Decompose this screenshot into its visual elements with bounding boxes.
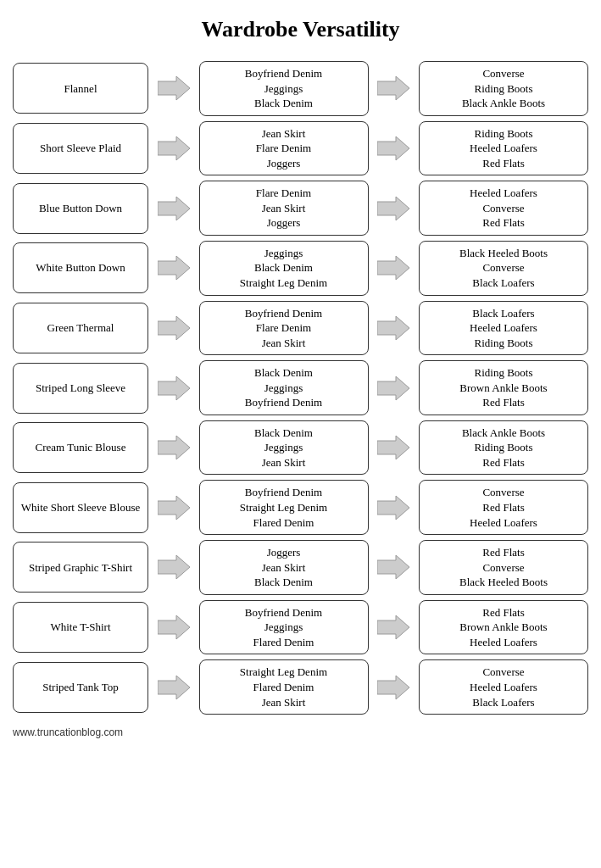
svg-marker-20 <box>158 676 190 699</box>
arrow-1-8 <box>155 554 192 581</box>
arrow-2-6 <box>375 434 412 461</box>
mid-item-8: Joggers Jean Skirt Black Denim <box>199 540 369 595</box>
svg-marker-4 <box>158 197 190 220</box>
chart-row: White Button Down Jeggings Black Denim S… <box>13 241 588 296</box>
right-item-9: Red Flats Brown Ankle Boots Heeled Loafe… <box>419 600 588 655</box>
svg-marker-19 <box>377 615 409 639</box>
top-item-2: Blue Button Down <box>13 183 148 234</box>
chart-row: Cream Tunic Blouse Black Denim Jeggings … <box>13 420 588 476</box>
right-item-4: Black Loafers Heeled Loafers Riding Boot… <box>419 301 588 356</box>
top-item-1: Short Sleeve Plaid <box>13 123 148 174</box>
arrow-2-8 <box>375 554 412 581</box>
svg-marker-21 <box>377 676 409 699</box>
right-item-5: Riding Boots Brown Ankle Boots Red Flats <box>419 360 588 415</box>
top-item-7: White Short Sleeve Blouse <box>13 482 148 533</box>
svg-marker-15 <box>377 496 409 520</box>
mid-item-10: Straight Leg Denim Flared Denim Jean Ski… <box>199 659 369 715</box>
mid-item-3: Jeggings Black Denim Straight Leg Denim <box>199 241 369 296</box>
right-item-0: Converse Riding Boots Black Ankle Boots <box>419 61 588 116</box>
arrow-2-9 <box>375 614 412 641</box>
arrow-2-1 <box>375 135 412 162</box>
arrow-1-7 <box>155 494 192 521</box>
right-item-7: Converse Red Flats Heeled Loafers <box>419 480 588 535</box>
svg-marker-11 <box>377 376 409 400</box>
svg-marker-5 <box>377 197 409 220</box>
top-item-0: Flannel <box>13 63 148 114</box>
top-item-4: Green Thermal <box>13 303 148 353</box>
chart-row: White Short Sleeve Blouse Boyfriend Deni… <box>13 480 588 535</box>
chart-row: Blue Button Down Flare Denim Jean Skirt … <box>13 181 588 236</box>
svg-marker-14 <box>158 496 190 520</box>
svg-marker-13 <box>377 436 409 459</box>
mid-item-1: Jean Skirt Flare Denim Joggers <box>199 121 369 176</box>
arrow-1-0 <box>155 75 192 102</box>
top-item-9: White T-Shirt <box>13 602 148 653</box>
top-item-6: Cream Tunic Blouse <box>13 422 148 473</box>
footer-url: www.truncationblog.com <box>13 726 588 738</box>
chart-row: Striped Tank Top Straight Leg Denim Flar… <box>13 659 588 715</box>
svg-marker-17 <box>377 555 409 579</box>
arrow-1-3 <box>155 254 192 281</box>
arrow-1-9 <box>155 614 192 641</box>
mid-item-7: Boyfriend Denim Straight Leg Denim Flare… <box>199 480 369 535</box>
mid-item-4: Boyfriend Denim Flare Denim Jean Skirt <box>199 301 369 356</box>
chart-row: White T-Shirt Boyfriend Denim Jeggings F… <box>13 600 588 655</box>
svg-marker-0 <box>158 76 190 100</box>
arrow-2-7 <box>375 494 412 521</box>
arrow-2-3 <box>375 254 412 281</box>
chart-row: Green Thermal Boyfriend Denim Flare Deni… <box>13 301 588 356</box>
mid-item-6: Black Denim Jeggings Jean Skirt <box>199 420 369 476</box>
top-item-10: Striped Tank Top <box>13 662 148 713</box>
svg-marker-12 <box>158 436 190 459</box>
page-title: Wardrobe Versatility <box>13 17 588 42</box>
arrow-2-4 <box>375 314 412 342</box>
mid-item-2: Flare Denim Jean Skirt Joggers <box>199 181 369 236</box>
arrow-2-0 <box>375 75 412 102</box>
arrow-1-10 <box>155 674 192 701</box>
wardrobe-chart: Flannel Boyfriend Denim Jeggings Black D… <box>13 61 588 715</box>
top-item-5: Striped Long Sleeve <box>13 363 148 414</box>
svg-marker-3 <box>377 136 409 160</box>
right-item-10: Converse Heeled Loafers Black Loafers <box>419 659 588 715</box>
arrow-1-1 <box>155 135 192 162</box>
svg-marker-9 <box>377 316 409 340</box>
arrow-1-4 <box>155 314 192 342</box>
top-item-3: White Button Down <box>13 242 148 293</box>
chart-row: Short Sleeve Plaid Jean Skirt Flare Deni… <box>13 121 588 176</box>
chart-row: Striped Graphic T-Shirt Joggers Jean Ski… <box>13 540 588 595</box>
arrow-1-2 <box>155 195 192 222</box>
svg-marker-1 <box>377 76 409 100</box>
right-item-1: Riding Boots Heeled Loafers Red Flats <box>419 121 588 176</box>
svg-marker-10 <box>158 376 190 400</box>
svg-marker-8 <box>158 316 190 340</box>
top-item-8: Striped Graphic T-Shirt <box>13 542 148 593</box>
right-item-8: Red Flats Converse Black Heeled Boots <box>419 540 588 595</box>
mid-item-0: Boyfriend Denim Jeggings Black Denim <box>199 61 369 116</box>
svg-marker-7 <box>377 256 409 280</box>
svg-marker-16 <box>158 555 190 579</box>
chart-row: Striped Long Sleeve Black Denim Jeggings… <box>13 360 588 415</box>
chart-row: Flannel Boyfriend Denim Jeggings Black D… <box>13 61 588 116</box>
arrow-2-10 <box>375 674 412 701</box>
right-item-2: Heeled Loafers Converse Red Flats <box>419 181 588 236</box>
svg-marker-18 <box>158 615 190 639</box>
arrow-2-5 <box>375 375 412 402</box>
svg-marker-6 <box>158 256 190 280</box>
mid-item-9: Boyfriend Denim Jeggings Flared Denim <box>199 600 369 655</box>
arrow-1-6 <box>155 434 192 461</box>
arrow-1-5 <box>155 375 192 402</box>
right-item-6: Black Ankle Boots Riding Boots Red Flats <box>419 420 588 476</box>
mid-item-5: Black Denim Jeggings Boyfriend Denim <box>199 360 369 415</box>
svg-marker-2 <box>158 136 190 160</box>
arrow-2-2 <box>375 195 412 222</box>
right-item-3: Black Heeled Boots Converse Black Loafer… <box>419 241 588 296</box>
